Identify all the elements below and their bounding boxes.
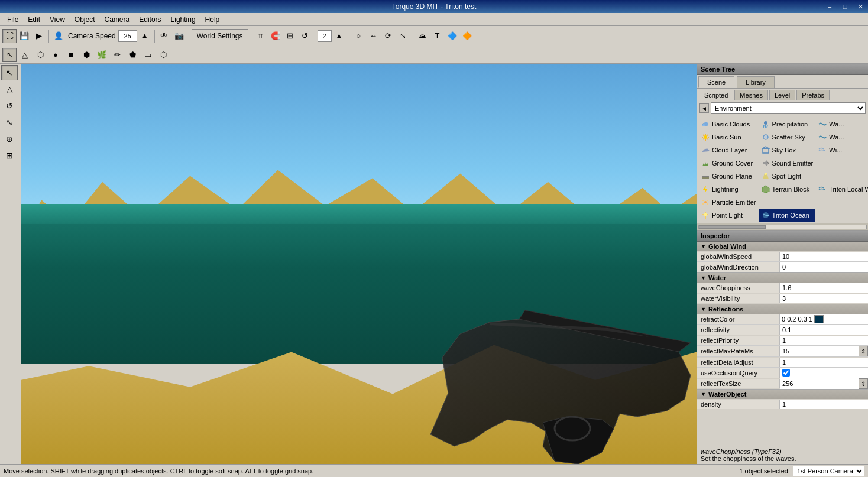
toolbar-cam-btn[interactable]: 📷 <box>172 29 186 43</box>
close-button[interactable]: ✕ <box>853 0 868 13</box>
tool2-flatten[interactable]: ▭ <box>141 48 155 62</box>
toolbar-obj2-btn[interactable]: 🔶 <box>460 29 474 43</box>
reflect-detail-value[interactable]: 1 <box>780 358 868 367</box>
reflect-tex-size-text[interactable]: 256 <box>780 379 859 388</box>
toolbar-terrain-btn[interactable]: ⛰ <box>416 29 430 43</box>
tool2-foliage[interactable]: 🌿 <box>95 48 109 62</box>
env-triton-ocean[interactable]: Triton Ocean <box>759 209 816 222</box>
env-sky-box[interactable]: Sky Box <box>759 144 816 157</box>
subtab-prefabs[interactable]: Prefabs <box>796 90 830 100</box>
menu-camera[interactable]: Camera <box>100 14 135 25</box>
tool2-move[interactable]: △ <box>18 48 32 62</box>
tab-library[interactable]: Library <box>737 76 775 88</box>
wave-choppiness-value[interactable]: 1.6 <box>780 283 868 293</box>
toolbar-select-btn[interactable]: ⛶ <box>2 29 17 43</box>
tool2-terrain[interactable]: ⬡ <box>33 48 47 62</box>
status-camera-select[interactable]: 1st Person Camera <box>793 466 864 476</box>
env-spot-light[interactable]: Spot Light <box>759 170 816 183</box>
use-occlusion-checkbox[interactable] <box>782 369 790 377</box>
toolbar-num-up[interactable]: ▲ <box>332 29 346 43</box>
env-terrain-block[interactable]: Terrain Block <box>759 183 816 196</box>
menu-help[interactable]: Help <box>200 14 225 25</box>
reflect-max-rate-text[interactable]: 15 <box>780 346 859 356</box>
reflectivity-value[interactable]: 0.1 <box>780 325 868 335</box>
tool2-paint[interactable]: ✏ <box>110 48 124 62</box>
menu-lighting[interactable]: Lighting <box>166 14 200 25</box>
water-header[interactable]: ▼ Water <box>697 273 868 283</box>
toolbar-grid-btn[interactable]: ⌗ <box>254 29 268 43</box>
subtab-level[interactable]: Level <box>769 90 795 100</box>
use-occlusion-value[interactable] <box>780 368 868 378</box>
tool2-box[interactable]: ■ <box>64 48 78 62</box>
env-wi[interactable]: Wi... <box>815 144 868 157</box>
density-value[interactable]: 1 <box>780 400 868 409</box>
viewport[interactable] <box>21 64 697 464</box>
tool-scale[interactable]: ⤡ <box>1 115 18 130</box>
toolbar-align-btn[interactable]: ⊞ <box>283 29 297 43</box>
tool-rotate[interactable]: ↺ <box>1 98 18 113</box>
env-cloud-layer[interactable]: Cloud Layer <box>698 144 759 157</box>
environment-select[interactable]: Environment <box>711 102 866 114</box>
toolbar-eye-btn[interactable]: 👁 <box>157 29 171 43</box>
refract-color-value[interactable]: 0 0.2 0.3 1 <box>780 314 868 324</box>
env-basic-clouds[interactable]: Basic Clouds <box>698 118 759 131</box>
env-basic-sun[interactable]: Basic Sun <box>698 131 759 144</box>
env-ground-cover[interactable]: Ground Cover <box>698 157 759 170</box>
toolbar-snap-btn[interactable]: 🧲 <box>268 29 283 43</box>
toolbar-save-btn[interactable]: 💾 <box>17 29 31 43</box>
reflect-priority-value[interactable]: 1 <box>780 336 868 345</box>
global-wind-speed-value[interactable]: 10 <box>780 252 868 261</box>
reflect-max-rate-spin[interactable]: ⇕ <box>859 346 868 356</box>
tab-scene[interactable]: Scene <box>698 76 734 88</box>
water-object-header[interactable]: ▼ WaterObject <box>697 390 868 399</box>
env-wa1[interactable]: Wa... <box>815 118 868 131</box>
camera-speed-up[interactable]: ▲ <box>138 29 152 43</box>
env-sound-emitter[interactable]: Sound Emitter <box>759 157 816 170</box>
env-particle-emitter[interactable]: Particle Emitter <box>698 196 759 209</box>
tool-unknown1[interactable]: ⊕ <box>1 131 18 147</box>
toolbar-play-btn[interactable]: ▶ <box>32 29 46 43</box>
toolbar-move-btn[interactable]: ↔ <box>367 29 381 43</box>
toolbar-text-btn[interactable]: T <box>430 29 445 43</box>
menu-editors[interactable]: Editors <box>134 14 166 25</box>
env-lightning[interactable]: Lightning <box>698 183 759 196</box>
menu-view[interactable]: View <box>45 14 70 25</box>
toolbar-person-btn[interactable]: 👤 <box>51 29 66 43</box>
tool2-edge[interactable]: ⬡ <box>156 48 170 62</box>
water-visibility-value[interactable]: 3 <box>780 294 868 303</box>
env-wa2[interactable]: Wa... <box>815 131 868 144</box>
subtab-scripted[interactable]: Scripted <box>699 90 733 100</box>
tool2-erode[interactable]: ⬟ <box>125 48 140 62</box>
toolbar-circle-btn[interactable]: ○ <box>352 29 366 43</box>
global-wind-direction-value[interactable]: 0 <box>780 262 868 272</box>
global-wind-header[interactable]: ▼ Global Wind <box>697 242 868 251</box>
tool2-stamp[interactable]: ⬢ <box>79 48 93 62</box>
tool2-sphere[interactable]: ● <box>48 48 63 62</box>
scrollbar-track[interactable] <box>698 225 867 229</box>
maximize-button[interactable]: □ <box>837 0 853 13</box>
toolbar-rot2-btn[interactable]: ⟳ <box>381 29 396 43</box>
env-precipitation[interactable]: Precipitation <box>759 118 816 131</box>
env-triton-local-wind[interactable]: Triton Local Wind <box>815 183 868 196</box>
tool-move[interactable]: △ <box>1 82 18 97</box>
reflections-header[interactable]: ▼ Reflections <box>697 304 868 314</box>
scrollbar-thumb[interactable] <box>699 225 766 229</box>
world-settings-button[interactable]: World Settings <box>192 29 248 43</box>
subtab-meshes[interactable]: Meshes <box>734 90 768 100</box>
tool-select[interactable]: ↖ <box>1 65 18 80</box>
env-scatter-sky[interactable]: Scatter Sky <box>759 131 816 144</box>
tool2-select[interactable]: ↖ <box>2 48 17 62</box>
menu-edit[interactable]: Edit <box>23 14 45 25</box>
toolbar-rot-btn[interactable]: ↺ <box>298 29 312 43</box>
toolbar-num-input[interactable] <box>318 30 332 42</box>
dropdown-back-btn[interactable]: ◄ <box>699 103 709 113</box>
env-scrollbar[interactable] <box>697 223 868 230</box>
toolbar-scale-btn[interactable]: ⤡ <box>396 29 410 43</box>
menu-file[interactable]: File <box>2 14 23 25</box>
tool-unknown2[interactable]: ⊞ <box>1 148 18 163</box>
env-ground-plane[interactable]: Ground Plane <box>698 170 759 183</box>
minimize-button[interactable]: – <box>822 0 837 13</box>
reflect-tex-size-spin[interactable]: ⇕ <box>859 378 868 389</box>
menu-object[interactable]: Object <box>70 14 100 25</box>
env-point-light[interactable]: Point Light <box>698 209 759 222</box>
